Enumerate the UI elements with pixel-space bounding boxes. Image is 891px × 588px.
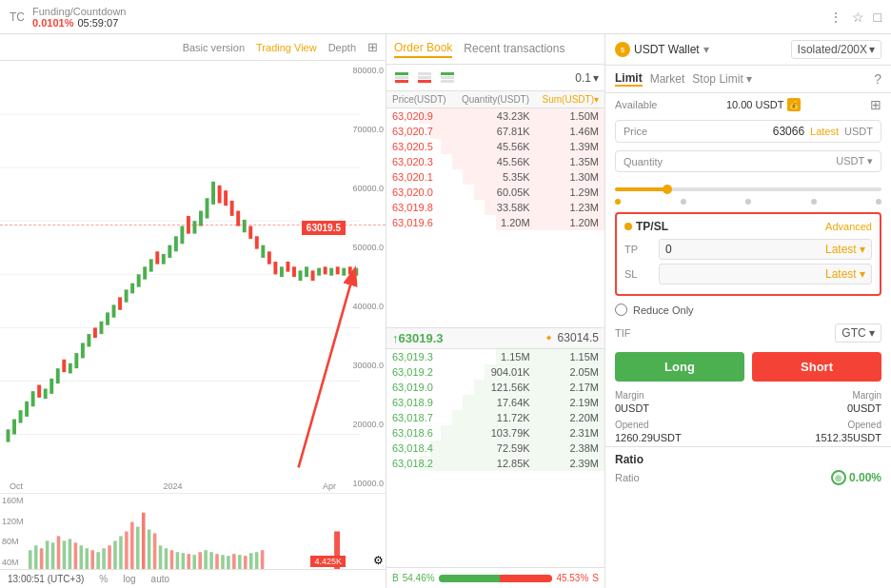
help-icon[interactable]: ? bbox=[874, 71, 881, 87]
ob-icon-sell-only[interactable] bbox=[415, 70, 434, 86]
precision-value: 0.1 bbox=[575, 71, 591, 85]
ob-buy-rows: 63,019.3 1.15M 1.15M 63,019.2 904.01K 2.… bbox=[386, 349, 604, 568]
order-type-market[interactable]: Market bbox=[650, 72, 685, 86]
table-row: 63,020.1 5.35K 1.30M bbox=[386, 169, 604, 185]
svg-rect-77 bbox=[90, 550, 94, 569]
slider-track[interactable] bbox=[615, 187, 881, 191]
sl-unit-label: Latest ▾ bbox=[825, 267, 865, 281]
tp-row: TP 0 Latest ▾ bbox=[624, 239, 872, 260]
ob-icon-both[interactable] bbox=[392, 70, 411, 86]
x-label-oct: Oct bbox=[10, 481, 23, 491]
sl-unit[interactable]: Latest ▾ bbox=[825, 267, 865, 281]
svg-rect-86 bbox=[142, 513, 146, 569]
svg-rect-94 bbox=[188, 554, 191, 569]
svg-rect-60 bbox=[336, 266, 340, 274]
expand-icon[interactable]: ⊞ bbox=[367, 40, 378, 54]
long-opened-label: Opened bbox=[615, 420, 682, 430]
slider-dot-75[interactable] bbox=[811, 199, 817, 205]
slider-dot-100[interactable] bbox=[876, 199, 881, 205]
slider-dot-25[interactable] bbox=[681, 199, 686, 205]
spread-ref: 🔸 63014.5 bbox=[542, 331, 599, 344]
svg-rect-51 bbox=[280, 266, 284, 277]
wallet-selector[interactable]: $ USDT Wallet ▾ bbox=[615, 42, 709, 57]
top-bar: TC Funding/Countdown 0.0101% 05:59:07 ⋮ … bbox=[0, 0, 891, 34]
tp-input[interactable]: 0 Latest ▾ bbox=[659, 239, 872, 260]
slider-thumb[interactable] bbox=[663, 185, 672, 194]
spread-price-value: ↑63019.3 bbox=[392, 331, 444, 345]
tab-recent-transactions[interactable]: Recent transactions bbox=[464, 42, 564, 57]
chart-settings-icon[interactable]: ⚙ bbox=[373, 554, 384, 567]
table-row: 63,018.2 12.85K 2.39M bbox=[386, 456, 604, 471]
svg-rect-69 bbox=[46, 540, 50, 569]
price-latest-label[interactable]: Latest bbox=[810, 126, 839, 137]
reduce-only-radio[interactable] bbox=[615, 304, 627, 316]
order-type-limit[interactable]: Limit bbox=[615, 71, 643, 87]
wallet-dropdown-icon: ▾ bbox=[703, 43, 709, 56]
svg-rect-83 bbox=[125, 532, 129, 570]
order-type-selector: Limit Market Stop Limit ▾ ? bbox=[605, 66, 891, 93]
y-label-7: 70000.0 bbox=[352, 125, 384, 134]
svg-rect-15 bbox=[56, 368, 60, 383]
table-row: 63,019.2 904.01K 2.05M bbox=[386, 364, 604, 380]
basic-version-btn[interactable]: Basic version bbox=[183, 42, 245, 53]
ob-precision[interactable]: 0.1 ▾ bbox=[575, 71, 599, 85]
tif-selector[interactable]: GTC ▾ bbox=[835, 323, 881, 343]
svg-rect-81 bbox=[113, 540, 117, 569]
long-button[interactable]: Long bbox=[615, 352, 744, 382]
trading-view-btn[interactable]: Trading View bbox=[256, 42, 317, 53]
tab-order-book[interactable]: Order Book bbox=[394, 41, 452, 58]
short-button[interactable]: Short bbox=[752, 352, 881, 382]
svg-rect-76 bbox=[85, 548, 89, 569]
price-field-value[interactable]: 63066 bbox=[681, 125, 804, 138]
chart-area: 80000.0 70000.0 60000.0 50000.0 40000.0 … bbox=[0, 61, 386, 493]
svg-rect-67 bbox=[34, 545, 38, 569]
reduce-only-label: Reduce Only bbox=[633, 304, 694, 316]
depth-btn[interactable]: Depth bbox=[328, 42, 356, 53]
leverage-selector[interactable]: Isolated/200X ▾ bbox=[791, 40, 881, 59]
svg-rect-22 bbox=[100, 322, 104, 334]
tpsl-advanced-btn[interactable]: Advanced bbox=[825, 221, 872, 232]
slider-dot-50[interactable] bbox=[745, 199, 751, 205]
svg-rect-52 bbox=[286, 262, 289, 272]
slider-fill bbox=[615, 187, 668, 191]
svg-rect-75 bbox=[80, 545, 84, 569]
chart-toolbar: Basic version Trading View Depth ⊞ bbox=[0, 34, 386, 61]
price-field-unit: USDT bbox=[844, 126, 873, 137]
table-row: 63,019.6 1.20M 1.20M bbox=[386, 215, 604, 230]
log-label[interactable]: log bbox=[123, 574, 135, 584]
svg-rect-72 bbox=[63, 540, 67, 569]
y-label-8: 80000.0 bbox=[352, 66, 384, 75]
info-icon[interactable]: □ bbox=[874, 10, 881, 25]
svg-rect-73 bbox=[69, 539, 72, 569]
auto-label[interactable]: auto bbox=[151, 574, 169, 584]
order-type-stop-limit[interactable]: Stop Limit ▾ bbox=[692, 72, 752, 86]
sl-label: SL bbox=[624, 268, 653, 280]
svg-rect-11 bbox=[31, 391, 35, 406]
ob-icon-buy-only[interactable] bbox=[438, 70, 457, 86]
svg-rect-48 bbox=[261, 245, 265, 258]
svg-rect-18 bbox=[74, 353, 78, 368]
svg-rect-88 bbox=[153, 533, 157, 569]
svg-rect-25 bbox=[118, 297, 122, 309]
star-icon[interactable]: ☆ bbox=[852, 10, 864, 25]
tp-unit[interactable]: Latest ▾ bbox=[825, 243, 865, 256]
tp-header: $ USDT Wallet ▾ Isolated/200X ▾ bbox=[605, 34, 891, 66]
layout-icon[interactable]: ⊞ bbox=[870, 97, 881, 112]
vol-label-4: 160M bbox=[0, 496, 29, 505]
svg-line-64 bbox=[299, 270, 355, 467]
dots-icon[interactable]: ⋮ bbox=[829, 10, 842, 25]
svg-rect-61 bbox=[342, 268, 346, 276]
y-label-5: 50000.0 bbox=[352, 243, 384, 252]
ob-header-sum[interactable]: Sum(USDT)▾ bbox=[530, 94, 599, 105]
svg-rect-12 bbox=[37, 385, 41, 398]
sl-input[interactable]: Latest ▾ bbox=[659, 264, 872, 284]
svg-rect-79 bbox=[102, 548, 106, 569]
percent-label[interactable]: % bbox=[99, 574, 108, 584]
table-row: 63,020.7 67.81K 1.46M bbox=[386, 124, 604, 139]
quantity-field-unit[interactable]: USDT ▾ bbox=[836, 155, 873, 167]
x-axis-labels: Oct 2024 Apr bbox=[0, 481, 346, 491]
vol-label-1: 40M bbox=[0, 558, 29, 567]
table-row: 63,020.9 43.23K 1.50M bbox=[386, 108, 604, 124]
ratio-value-display: ◎ 0.00% bbox=[831, 470, 881, 485]
slider-dot-0[interactable] bbox=[615, 199, 621, 205]
